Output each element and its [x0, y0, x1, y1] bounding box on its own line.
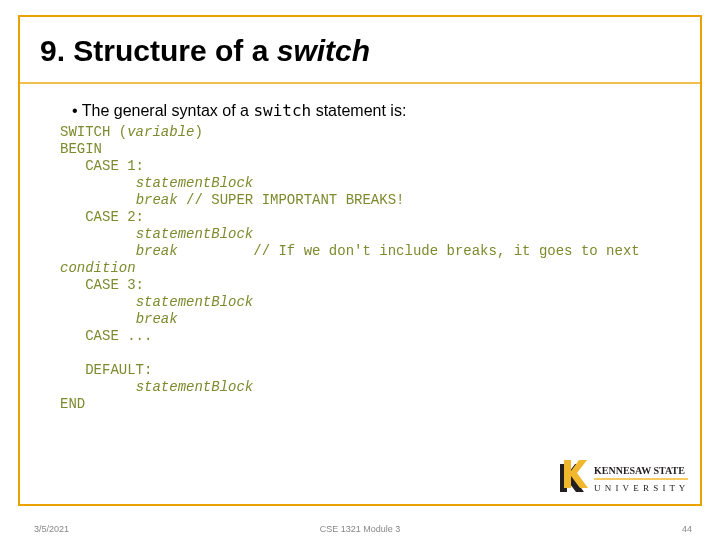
lead-mono: switch: [253, 101, 311, 120]
lead-bullet: • The general syntax of a: [72, 102, 253, 119]
title-keyword: switch: [277, 34, 370, 67]
logo-mark-icon: [560, 460, 588, 492]
ksu-logo: KENNESAW STATE U N I V E R S I T Y: [554, 456, 694, 500]
footer-center: CSE 1321 Module 3: [320, 524, 401, 534]
lead-text: • The general syntax of a switch stateme…: [72, 101, 406, 120]
code-l8-tail: // If we don't include breaks, it goes t…: [178, 243, 640, 259]
code-l4: [60, 175, 136, 191]
code-l5-it: break: [136, 192, 178, 208]
code-l8-it: break: [136, 243, 178, 259]
lead-tail: statement is:: [311, 102, 406, 119]
code-l1: SWITCH (: [60, 124, 127, 140]
footer-date: 3/5/2021: [34, 524, 69, 534]
code-l5-tail: // SUPER IMPORTANT BREAKS!: [178, 192, 405, 208]
code-l4-it: statementBlock: [136, 175, 254, 191]
code-l1-tail: ): [194, 124, 202, 140]
code-l17: END: [60, 396, 85, 412]
code-l10: CASE 3:: [60, 277, 144, 293]
code-l11-it: statementBlock: [136, 294, 254, 310]
code-l12-it: break: [136, 311, 178, 327]
code-l6: CASE 2:: [60, 209, 144, 225]
code-l5: [60, 192, 136, 208]
logo-line2: U N I V E R S I T Y: [594, 483, 686, 493]
code-l2: BEGIN: [60, 141, 102, 157]
footer-page: 44: [682, 524, 692, 534]
code-l3: CASE 1:: [60, 158, 144, 174]
code-l16-it: statementBlock: [136, 379, 254, 395]
code-l9-it: condition: [60, 260, 136, 276]
title-rule: [18, 82, 702, 84]
title-prefix: 9. Structure of a: [40, 34, 277, 67]
logo-line1: KENNESAW STATE: [594, 465, 685, 476]
code-l8: [60, 243, 136, 259]
code-l12: [60, 311, 136, 327]
code-l7: [60, 226, 136, 242]
code-l11: [60, 294, 136, 310]
code-block: SWITCH (variable) BEGIN CASE 1: statemen…: [60, 124, 682, 413]
code-l1-it: variable: [127, 124, 194, 140]
code-l7-it: statementBlock: [136, 226, 254, 242]
slide-title: 9. Structure of a switch: [40, 34, 370, 68]
code-l15: DEFAULT:: [60, 362, 152, 378]
code-l16: [60, 379, 136, 395]
code-l13: CASE ...: [60, 328, 152, 344]
